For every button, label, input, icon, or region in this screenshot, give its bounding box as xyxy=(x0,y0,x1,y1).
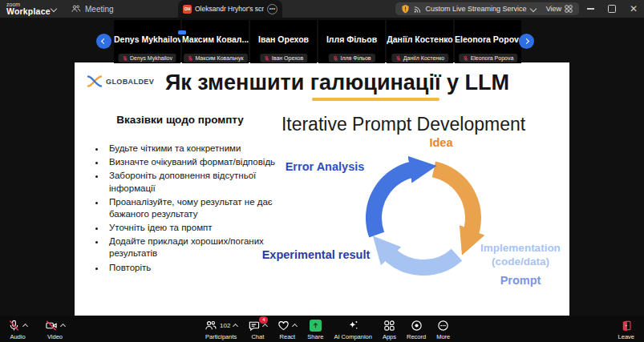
minimize-button[interactable] xyxy=(587,8,594,9)
audio-options-chevron-icon[interactable] xyxy=(22,323,28,328)
participant-tile[interactable]: Даніїл Костенко Даніїл Костенко xyxy=(387,20,453,63)
record-label: Record xyxy=(407,333,426,340)
chevron-left-icon xyxy=(101,38,107,44)
title-bar: zoom Workplace Meeting OH Oleksandr Hryh… xyxy=(0,0,644,18)
chevron-right-icon xyxy=(524,38,529,44)
scroll-participants-left-button[interactable] xyxy=(96,34,111,49)
window-controls: ✕ xyxy=(587,0,638,18)
participant-name: Eleonora Popova xyxy=(455,34,521,44)
scroll-participants-right-button[interactable] xyxy=(519,34,534,49)
bullet-item: Проаналізуйте, чому результат не дає баж… xyxy=(106,196,298,220)
streaming-chevron-down-icon[interactable] xyxy=(529,6,536,12)
slide-title: Як зменшити галюцинації у LLM xyxy=(135,70,540,95)
strip-indicator xyxy=(178,30,186,34)
chat-icon xyxy=(248,320,260,332)
video-label: Video xyxy=(47,333,63,340)
chat-chevron-icon[interactable] xyxy=(262,323,268,328)
participants-count: 102 xyxy=(220,322,230,329)
meeting-toolbar: Audio Video xyxy=(0,316,644,342)
ai-companion-button[interactable]: AI Companion xyxy=(334,319,372,340)
view-button[interactable]: View xyxy=(546,5,573,13)
bullet-item: Повторіть xyxy=(106,262,298,274)
slide-title-part1: Як зменшити xyxy=(165,70,310,95)
muted-mic-icon xyxy=(264,55,269,62)
participant-badge-name: Іван Орехов xyxy=(272,55,303,61)
participant-name: Ілля Фільов xyxy=(318,34,385,44)
audio-button[interactable]: Audio xyxy=(8,319,27,340)
participant-badge: Denys Mykhailov xyxy=(118,54,176,62)
tab-options-icon[interactable]: ••• xyxy=(267,4,277,14)
react-label: React xyxy=(280,333,296,340)
participant-name: Максим Ковал... xyxy=(182,34,249,44)
shared-screen-tab-label: Oleksandr Hryhor's screen xyxy=(195,5,264,13)
zoom-window: zoom Workplace Meeting OH Oleksandr Hryh… xyxy=(0,0,644,342)
participant-badge: Ілля Фільов xyxy=(328,54,375,62)
react-chevron-icon[interactable] xyxy=(292,323,298,328)
leave-icon xyxy=(620,320,632,332)
muted-mic-icon xyxy=(332,55,338,62)
participants-button[interactable]: 102 Participants xyxy=(205,319,237,340)
participants-label: Participants xyxy=(205,333,237,340)
view-label: View xyxy=(546,5,561,13)
bullet-item: Забороніть доповнення відсутньої інформа… xyxy=(106,170,298,194)
meeting-tab-label: Meeting xyxy=(85,5,114,14)
muted-mic-icon xyxy=(122,55,128,62)
muted-mic-icon xyxy=(463,55,468,62)
participant-strip: Denys Mykhailov Denys Mykhailov xyxy=(114,20,521,63)
participant-badge: Даніїл Костенко xyxy=(391,54,448,62)
participant-badge-name: Denys Mykhailov xyxy=(130,55,172,61)
participants-chevron-icon[interactable] xyxy=(233,323,238,328)
close-button[interactable]: ✕ xyxy=(630,4,638,14)
iteration-cycle-diagram xyxy=(351,146,496,290)
video-button[interactable]: Video xyxy=(45,319,65,340)
muted-mic-icon xyxy=(187,55,192,62)
participants-icon xyxy=(205,320,217,332)
participant-tile[interactable]: Denys Mykhailov Denys Mykhailov xyxy=(114,20,180,63)
heart-icon xyxy=(277,320,290,332)
tab-meeting[interactable]: Meeting xyxy=(71,0,114,18)
meeting-people-icon xyxy=(71,4,81,14)
zoom-workplace-logo: zoom Workplace xyxy=(6,2,51,15)
participant-badge: Максим Ковальчук xyxy=(183,54,247,62)
participant-name: Denys Mykhailov xyxy=(114,34,180,44)
share-button[interactable]: Share xyxy=(307,319,323,340)
tab-shared-screen[interactable]: OH Oleksandr Hryhor's screen ••• xyxy=(178,0,282,18)
ai-companion-label: AI Companion xyxy=(334,333,372,340)
video-options-chevron-icon[interactable] xyxy=(60,323,66,328)
ai-sparkle-icon xyxy=(347,320,359,332)
participant-tile[interactable]: Ілля Фільов Ілля Фільов xyxy=(318,20,385,63)
diagram-title: Iterative Prompt Development xyxy=(275,114,532,135)
react-button[interactable]: React xyxy=(277,319,297,340)
participant-tile[interactable]: Eleonora Popova Eleonora Popova xyxy=(455,20,521,63)
cycle-arc-lightblue xyxy=(387,251,457,268)
cycle-arc-orange xyxy=(434,169,473,236)
chat-label: Chat xyxy=(251,333,264,340)
warning-shield-icon xyxy=(402,5,409,14)
more-label: More xyxy=(436,333,450,340)
participant-tile[interactable]: Іван Орехов Іван Орехов xyxy=(250,20,317,63)
participant-name: Даніїл Костенко xyxy=(387,34,453,44)
more-button[interactable]: More xyxy=(436,319,450,340)
leave-button[interactable]: Leave xyxy=(618,319,634,340)
record-button[interactable]: Record xyxy=(407,319,426,340)
participant-badge: Іван Орехов xyxy=(260,54,307,62)
slide-title-underlined: галюцинації xyxy=(310,70,441,95)
bullet-item: Уточніть ідею та промпт xyxy=(106,222,298,234)
maximize-button[interactable] xyxy=(608,5,616,13)
shared-screen-slide: GLOBALDEV Як зменшити галюцинації у LLM … xyxy=(75,62,569,316)
screen-owner-avatar: OH xyxy=(183,5,192,14)
participant-badge-name: Максим Ковальчук xyxy=(195,55,243,61)
apps-button[interactable]: Apps xyxy=(383,319,396,340)
share-screen-icon xyxy=(310,320,322,332)
chat-button[interactable]: 4 Chat xyxy=(248,319,267,340)
apps-label: Apps xyxy=(383,333,396,340)
participant-badge-name: Eleonora Popova xyxy=(471,55,514,61)
apps-icon xyxy=(383,320,395,332)
participant-tile[interactable]: Максим Ковал... Максим Ковальчук xyxy=(182,20,249,63)
participant-badge-name: Ілля Фільов xyxy=(340,55,371,61)
audio-label: Audio xyxy=(10,333,25,340)
brand-chevron-down-icon[interactable] xyxy=(51,6,57,12)
live-stream-icon xyxy=(413,5,422,14)
streaming-status-bar[interactable]: Custom Live Streaming Service View xyxy=(395,2,579,15)
streaming-service-label: Custom Live Streaming Service xyxy=(426,5,527,13)
